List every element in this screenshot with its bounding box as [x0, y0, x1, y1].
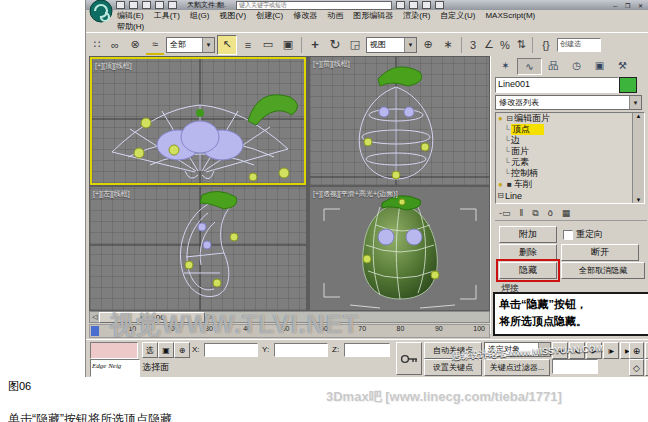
select-and-link-icon[interactable]: ∞ — [106, 36, 124, 54]
next-frame-icon[interactable]: |▶ — [603, 342, 619, 359]
selection-filter-dropdown[interactable]: 全部▼ — [166, 37, 215, 53]
z-coordinate-field[interactable] — [344, 343, 390, 357]
tab-create-icon[interactable]: ✶ — [494, 58, 517, 73]
angle-snap-icon[interactable]: ∠ — [482, 36, 496, 54]
stack-item-patch[interactable]: └ 面片 — [496, 146, 632, 157]
stack-item-edge[interactable]: └ 边 — [496, 135, 632, 146]
percent-snap-icon[interactable]: % — [498, 36, 512, 54]
select-and-move-icon[interactable]: + — [306, 36, 324, 54]
collapse-icon[interactable]: ⊟ — [496, 191, 505, 200]
menu-customize[interactable]: 自定义(U) — [435, 10, 480, 21]
menu-edit[interactable]: 编辑(E) — [112, 10, 149, 21]
key-filters-button[interactable]: 关键点过滤器... — [484, 359, 550, 376]
reference-coordinate-dropdown[interactable]: 视图▼ — [366, 37, 417, 53]
menu-rendering[interactable]: 渲染(R) — [398, 10, 435, 21]
field-of-view-icon[interactable]: ◇ — [629, 359, 644, 376]
bind-to-spacewarp-icon[interactable]: ≈ — [146, 35, 164, 55]
zoom-icon[interactable]: ⊕ — [629, 342, 644, 359]
stack-item-element[interactable]: └ 元素 — [496, 157, 632, 168]
new-file-icon[interactable] — [116, 1, 125, 9]
attach-button[interactable]: 附加 — [499, 226, 557, 243]
menu-graph-editors[interactable]: 图形编辑器 — [348, 10, 398, 21]
stack-item-vertex[interactable]: └ 顶点 — [496, 124, 632, 135]
viewport-perspective-label[interactable]: [+][透视][平滑+高光+(边面)] — [313, 189, 398, 199]
configure-modifier-sets-icon[interactable]: ▦ — [562, 208, 571, 218]
object-color-swatch[interactable] — [619, 77, 637, 93]
stack-scrollbar[interactable]: ▲ ▼ — [632, 113, 644, 203]
tab-utilities-icon[interactable]: ⚒ — [611, 58, 634, 73]
scroll-up-icon[interactable]: ▲ — [636, 113, 642, 119]
checkbox-icon[interactable] — [563, 230, 573, 240]
viewport-perspective[interactable]: [+][透视][平滑+高光+(边面)] — [310, 187, 489, 310]
snap-toggle-3d-icon[interactable]: 3 — [466, 36, 480, 54]
bulb-icon[interactable]: ● — [496, 180, 505, 189]
viewport-front-label[interactable]: [+][前][线框] — [313, 59, 350, 69]
select-by-name-icon[interactable]: ≡ — [239, 36, 257, 54]
object-name-field[interactable]: Line001 — [495, 77, 619, 93]
break-button[interactable]: 断开 — [561, 244, 639, 261]
menu-create[interactable]: 创建(C) — [251, 10, 288, 21]
collapse-icon[interactable]: ⊟ — [505, 114, 514, 123]
menu-group[interactable]: 组(G) — [185, 10, 215, 21]
tab-display-icon[interactable]: ▣ — [588, 58, 611, 73]
search-icon[interactable] — [396, 1, 405, 9]
stack-item-edit-patch[interactable]: ● ⊟ 编辑面片 — [496, 113, 632, 124]
spinner-snap-icon[interactable]: ⇅ — [514, 36, 528, 54]
chevron-down-icon[interactable]: ▼ — [202, 38, 214, 52]
make-unique-icon[interactable]: ⧉ — [532, 208, 538, 219]
use-pivot-center-icon[interactable]: ⊕ — [419, 36, 437, 54]
select-and-rotate-icon[interactable]: ↻ — [326, 36, 344, 54]
menu-views[interactable]: 视图(V) — [214, 10, 251, 21]
y-coordinate-field[interactable] — [274, 343, 328, 357]
set-keys-key-icon[interactable] — [396, 342, 422, 375]
viewport-left-label[interactable]: [+][左][线框] — [93, 189, 130, 199]
frame-back-icon[interactable]: ◁ — [90, 313, 99, 321]
tab-motion-icon[interactable]: ◷ — [565, 58, 588, 73]
select-and-scale-icon[interactable]: ◲ — [346, 36, 364, 54]
viewport-left[interactable]: [+][左][线框] — [90, 187, 306, 310]
named-selection-field[interactable]: 创建选 — [557, 38, 601, 52]
rectangular-selection-region-icon[interactable]: ▭ — [259, 36, 277, 54]
select-and-manipulate-icon[interactable]: ∗ — [439, 36, 457, 54]
viewport-top[interactable]: [+][顶][线框] — [90, 57, 306, 185]
window-crossing-icon[interactable]: ▣ — [279, 36, 297, 54]
favorites-icon[interactable] — [422, 1, 431, 9]
unhide-all-button[interactable]: 全部取消隐藏 — [561, 262, 645, 279]
lock-icon[interactable]: ▣ — [158, 342, 174, 358]
redo-icon[interactable] — [168, 1, 177, 9]
menu-help[interactable]: 帮助(H) — [112, 21, 149, 32]
reorient-checkbox-row[interactable]: 重定向 — [563, 228, 603, 241]
menu-animation[interactable]: 动画 — [322, 10, 348, 21]
tab-hierarchy-icon[interactable]: 品 — [542, 58, 565, 73]
infocenter-search-input[interactable] — [236, 1, 392, 10]
chevron-down-icon[interactable]: ▼ — [629, 96, 641, 109]
select-object-button[interactable]: ↖ — [217, 35, 237, 55]
stack-item-handle[interactable]: └ 控制柄 — [496, 168, 632, 179]
window-controls[interactable]: ─ ❐ ✕ — [613, 2, 646, 9]
viewport-front[interactable]: [+][前][线框] — [310, 57, 489, 185]
bulb-icon[interactable]: ● — [496, 114, 505, 123]
menu-modifiers[interactable]: 修改器 — [288, 10, 322, 21]
stack-item-line[interactable]: ⊟ Line — [496, 190, 632, 201]
menu-tools[interactable]: 工具(T) — [149, 10, 185, 21]
save-file-icon[interactable] — [142, 1, 151, 9]
modifier-list-dropdown[interactable]: 修改器列表 ▼ — [495, 95, 642, 110]
help-icon[interactable] — [435, 1, 444, 9]
maxscript-mini-listener-pink[interactable] — [90, 342, 138, 359]
tab-modify-icon[interactable]: ∿ — [517, 58, 542, 75]
pin-stack-icon[interactable]: -▭ — [499, 208, 511, 218]
scroll-down-icon[interactable]: ▼ — [636, 197, 642, 203]
maxscript-mini-listener-white[interactable]: Edge Neig — [90, 359, 140, 377]
3dsmax-logo-icon[interactable] — [88, 0, 114, 24]
communication-center-icon[interactable] — [409, 1, 418, 9]
open-file-icon[interactable] — [129, 1, 138, 9]
absolute-offset-mode-icon[interactable]: ⊕ — [174, 342, 190, 358]
menu-maxscript[interactable]: MAXScript(M) — [480, 11, 540, 20]
chevron-down-icon[interactable]: ▼ — [404, 38, 416, 52]
frame-indicator[interactable] — [91, 326, 99, 336]
named-selection-sets-icon[interactable]: {} — [537, 36, 555, 54]
selection-lock-toggle[interactable]: 选 — [142, 342, 158, 358]
unlink-selection-icon[interactable]: ⊗ — [126, 36, 144, 54]
viewport-top-label[interactable]: [+][顶][线框] — [95, 61, 132, 71]
undo-icon[interactable] — [155, 1, 164, 9]
